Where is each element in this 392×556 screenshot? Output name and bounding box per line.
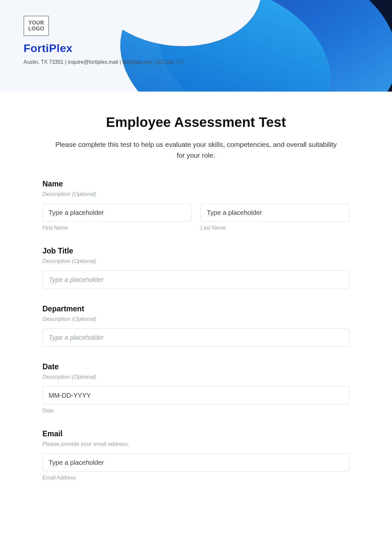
field-job-desc: Description (Optional) <box>42 258 350 265</box>
field-name: Name Description (Optional) First Name L… <box>42 180 350 231</box>
form-content: Employee Assessment Test Please complete… <box>0 92 392 481</box>
field-date-desc: Description (Optional) <box>42 374 350 380</box>
field-name-desc: Description (Optional) <box>42 191 350 198</box>
first-name-sublabel: First Name <box>42 225 191 231</box>
page-intro: Please complete this test to help us eva… <box>52 139 340 161</box>
brand-name: FortiPlex <box>24 42 392 55</box>
email-sublabel: Email Address <box>42 475 350 481</box>
field-email: Email Please provide your email address.… <box>42 429 350 481</box>
department-input[interactable] <box>42 328 350 347</box>
brand-block: YOUR LOGO FortiPlex Austin, TX 73301 | i… <box>0 0 392 65</box>
email-input[interactable] <box>42 453 350 472</box>
job-title-input[interactable] <box>42 270 350 289</box>
date-sublabel: Date <box>42 408 350 414</box>
logo-placeholder: YOUR LOGO <box>24 16 49 36</box>
field-date-label: Date <box>42 362 350 371</box>
field-job-title: Job Title Description (Optional) <box>42 247 350 289</box>
header-band: YOUR LOGO FortiPlex Austin, TX 73301 | i… <box>0 0 392 92</box>
first-name-input[interactable] <box>42 203 191 222</box>
field-job-label: Job Title <box>42 247 350 255</box>
field-dept-label: Department <box>42 304 350 313</box>
field-email-label: Email <box>42 429 350 438</box>
field-name-label: Name <box>42 180 350 188</box>
field-email-desc: Please provide your email address. <box>42 441 350 447</box>
last-name-input[interactable] <box>201 203 350 222</box>
field-department: Department Description (Optional) <box>42 304 350 347</box>
date-input[interactable] <box>42 386 350 405</box>
brand-meta: Austin, TX 73301 | inquire@fortiplex.mai… <box>24 59 392 65</box>
field-dept-desc: Description (Optional) <box>42 316 350 322</box>
logo-text: YOUR LOGO <box>28 20 44 32</box>
page-title: Employee Assessment Test <box>42 114 350 130</box>
last-name-sublabel: Last Name <box>201 225 350 231</box>
field-date: Date Description (Optional) Date <box>42 362 350 414</box>
